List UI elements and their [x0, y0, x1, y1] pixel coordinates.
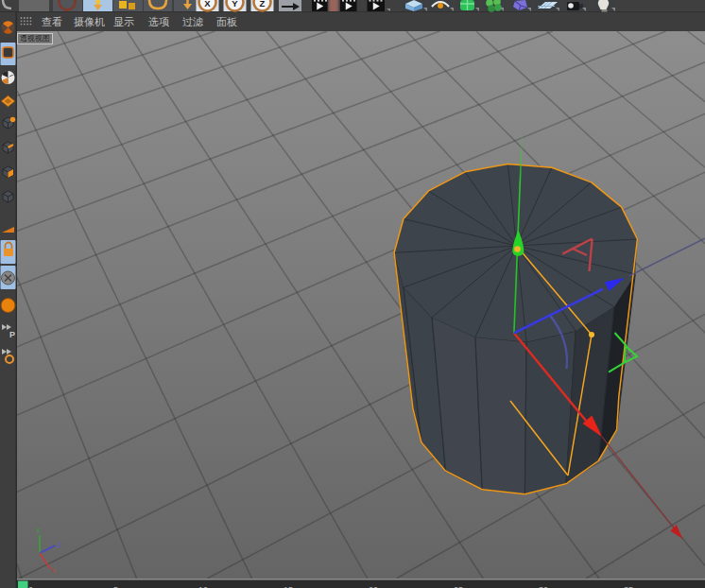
svg-text:X: X	[52, 567, 57, 574]
svg-text:X: X	[204, 0, 211, 9]
svg-text:Y: Y	[36, 527, 41, 534]
svg-text:Z: Z	[58, 542, 61, 548]
svg-text:Z: Z	[260, 0, 266, 9]
svg-text:Y: Y	[232, 0, 238, 9]
svg-text:P: P	[9, 330, 15, 339]
